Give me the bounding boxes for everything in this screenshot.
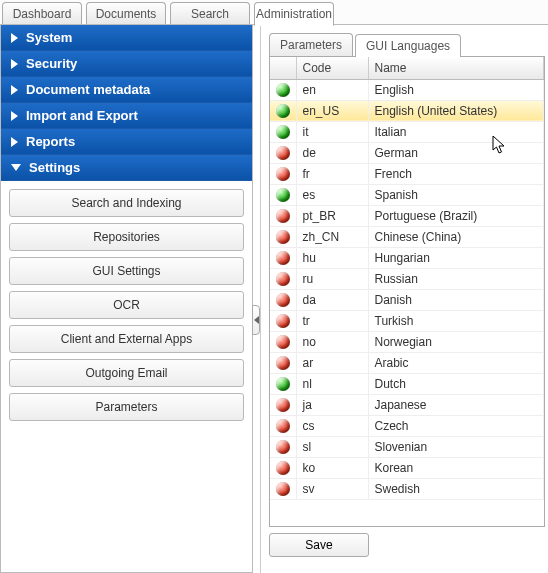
code-cell: hu [296,247,368,268]
table-row[interactable]: trTurkish [270,310,544,331]
sidebar-item-label: Import and Export [26,108,138,123]
col-code[interactable]: Code [296,57,368,79]
status-inactive-icon [276,272,290,286]
sidebar-item-reports[interactable]: Reports [1,129,252,155]
status-cell [270,100,296,121]
name-cell: Czech [368,415,544,436]
name-cell: Danish [368,289,544,310]
settings-btn-parameters[interactable]: Parameters [9,393,244,421]
status-cell [270,184,296,205]
sidebar-item-import-and-export[interactable]: Import and Export [1,103,252,129]
status-active-icon [276,377,290,391]
table-row[interactable]: huHungarian [270,247,544,268]
name-cell: Hungarian [368,247,544,268]
status-active-icon [276,83,290,97]
sidebar-item-label: System [26,30,72,45]
status-inactive-icon [276,482,290,496]
status-inactive-icon [276,209,290,223]
sub-tab-gui-languages[interactable]: GUI Languages [355,34,461,57]
name-cell: Russian [368,268,544,289]
name-cell: Spanish [368,184,544,205]
sidebar-item-system[interactable]: System [1,25,252,51]
code-cell: cs [296,415,368,436]
table-row[interactable]: svSwedish [270,478,544,499]
table-row[interactable]: nlDutch [270,373,544,394]
name-cell: Dutch [368,373,544,394]
name-cell: Slovenian [368,436,544,457]
status-cell [270,226,296,247]
table-row[interactable]: ruRussian [270,268,544,289]
sidebar-item-label: Document metadata [26,82,150,97]
settings-btn-ocr[interactable]: OCR [9,291,244,319]
code-cell: en_US [296,100,368,121]
chevron-right-icon [11,59,18,69]
sidebar-item-label: Security [26,56,77,71]
name-cell: Turkish [368,310,544,331]
sidebar-item-settings[interactable]: Settings [1,155,252,181]
table-row[interactable]: daDanish [270,289,544,310]
table-row[interactable]: en_USEnglish (United States) [270,100,544,121]
main-tabs: DashboardDocumentsSearchAdministration [0,0,548,25]
sidebar-item-label: Settings [29,160,80,175]
table-row[interactable]: deGerman [270,142,544,163]
chevron-right-icon [11,85,18,95]
status-cell [270,415,296,436]
main-tab-dashboard[interactable]: Dashboard [2,2,82,24]
sub-tab-parameters[interactable]: Parameters [269,33,353,56]
code-cell: ar [296,352,368,373]
table-row[interactable]: slSlovenian [270,436,544,457]
settings-btn-repositories[interactable]: Repositories [9,223,244,251]
code-cell: zh_CN [296,226,368,247]
status-inactive-icon [276,440,290,454]
main-tab-search[interactable]: Search [170,2,250,24]
settings-btn-outgoing-email[interactable]: Outgoing Email [9,359,244,387]
table-row[interactable]: itItalian [270,121,544,142]
col-name[interactable]: Name [368,57,544,79]
name-cell: French [368,163,544,184]
languages-table-wrap: Code Name enEnglishen_USEnglish (United … [269,57,545,527]
status-active-icon [276,104,290,118]
code-cell: en [296,79,368,100]
code-cell: fr [296,163,368,184]
table-row[interactable]: zh_CNChinese (China) [270,226,544,247]
table-row[interactable]: arArabic [270,352,544,373]
status-inactive-icon [276,167,290,181]
table-row[interactable]: frFrench [270,163,544,184]
table-row[interactable]: jaJapanese [270,394,544,415]
main-tab-documents[interactable]: Documents [86,2,166,24]
code-cell: de [296,142,368,163]
collapse-left-icon[interactable] [252,305,260,335]
name-cell: English (United States) [368,100,544,121]
settings-submenu: Search and IndexingRepositoriesGUI Setti… [1,181,252,435]
settings-btn-search-and-indexing[interactable]: Search and Indexing [9,189,244,217]
save-button[interactable]: Save [269,533,369,557]
settings-btn-client-and-external-apps[interactable]: Client and External Apps [9,325,244,353]
code-cell: es [296,184,368,205]
table-row[interactable]: noNorwegian [270,331,544,352]
status-cell [270,478,296,499]
col-status[interactable] [270,57,296,79]
content-area: SystemSecurityDocument metadataImport an… [0,25,548,573]
table-row[interactable]: pt_BRPortuguese (Brazil) [270,205,544,226]
splitter[interactable] [253,25,261,573]
code-cell: ko [296,457,368,478]
code-cell: it [296,121,368,142]
sidebar-item-label: Reports [26,134,75,149]
status-inactive-icon [276,251,290,265]
table-row[interactable]: csCzech [270,415,544,436]
status-active-icon [276,188,290,202]
table-row[interactable]: enEnglish [270,79,544,100]
sidebar-item-document-metadata[interactable]: Document metadata [1,77,252,103]
status-cell [270,394,296,415]
settings-btn-gui-settings[interactable]: GUI Settings [9,257,244,285]
main-tab-administration[interactable]: Administration [254,2,334,26]
status-cell [270,142,296,163]
status-inactive-icon [276,293,290,307]
code-cell: ja [296,394,368,415]
status-inactive-icon [276,461,290,475]
code-cell: nl [296,373,368,394]
status-cell [270,352,296,373]
table-row[interactable]: esSpanish [270,184,544,205]
sidebar-item-security[interactable]: Security [1,51,252,77]
table-row[interactable]: koKorean [270,457,544,478]
